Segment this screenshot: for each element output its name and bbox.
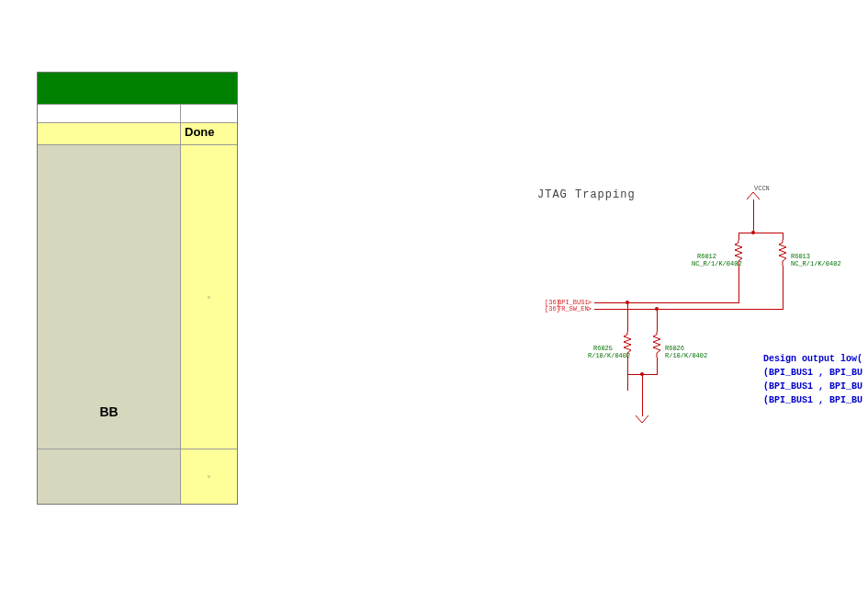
r6013-val: NC_R/1/K/0402	[791, 260, 841, 267]
schematic-title: JTAG Trapping	[537, 188, 636, 201]
junction-n2	[655, 307, 659, 311]
junction-n1	[626, 301, 629, 304]
left-table: Done BB ▫ ▫	[37, 72, 238, 505]
pin2-name: TR_SW_EN	[558, 305, 589, 313]
resistor-r6013	[779, 240, 786, 266]
note-block: Design output low( (BPI_BUS1 , BPI_BU (B…	[763, 352, 862, 407]
r6025-val: R/10/K/0402	[588, 352, 630, 359]
r6026-ref: R6026	[665, 345, 684, 352]
table-header-green	[38, 73, 237, 104]
wire-net1	[594, 302, 739, 303]
wire-r1-down	[738, 266, 739, 302]
table-row-done: Done	[38, 122, 237, 144]
r6013-ref: R6013	[791, 253, 810, 260]
table-row-blank	[38, 104, 237, 122]
wire-r1-top	[738, 233, 739, 240]
r6012-val: NC_R/1/K/0402	[692, 260, 742, 267]
r6026-val: R/10/K/0402	[665, 352, 707, 359]
wire-r4-top	[657, 309, 658, 332]
wire-net2	[594, 309, 783, 310]
junction-gnd	[640, 372, 644, 376]
table-row-bottom: ▫	[38, 449, 237, 504]
note-line2: (BPI_BUS1 , BPI_BU	[763, 366, 862, 380]
note-line4: (BPI_BUS1 , BPI_BU	[763, 393, 862, 407]
pin2-bracket: ≻	[588, 305, 592, 313]
wire-gnd-down	[642, 374, 643, 416]
schematic: JTAG Trapping VCCN R6012 NC_R/1/K/0402 R…	[496, 175, 868, 450]
resistor-r6026	[653, 332, 660, 358]
rb-right-cell: ▫	[180, 449, 237, 504]
wire-top-bus	[738, 233, 783, 233]
r6025-ref: R6025	[593, 345, 613, 352]
r6012-ref: R6012	[697, 253, 716, 260]
bb-cell: BB	[38, 145, 180, 449]
wire-r3-top	[627, 302, 628, 332]
note-line3: (BPI_BUS1 , BPI_BU	[763, 380, 862, 393]
ground-symbol	[636, 415, 648, 424]
wire-r2-top	[783, 233, 783, 240]
bb-right-cell: ▫	[180, 145, 237, 449]
junction-vcc	[751, 231, 755, 234]
wire-r4-down	[657, 358, 658, 374]
done-cell: Done	[180, 123, 237, 144]
wire-r2-down	[783, 266, 783, 309]
note-line1: Design output low(	[763, 352, 862, 366]
table-row-bb: BB ▫	[38, 144, 237, 449]
wire-vcc-down	[753, 199, 754, 233]
